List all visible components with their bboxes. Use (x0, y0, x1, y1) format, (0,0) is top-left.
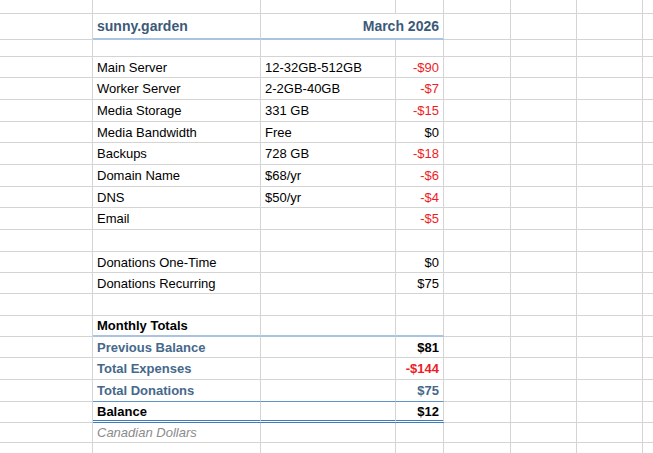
expense-label-cell[interactable]: DNS (93, 187, 261, 208)
empty-cell (261, 358, 396, 380)
expense-amount-cell[interactable]: -$5 (396, 208, 444, 230)
empty-cell (396, 40, 444, 57)
expense-amount-cell[interactable]: -$6 (396, 165, 444, 187)
donation-label-cell[interactable]: Donations Recurring (93, 273, 261, 294)
expense-row: Media Bandwidth Free $0 (0, 122, 653, 143)
total-label-cell[interactable]: Previous Balance (93, 337, 261, 358)
empty-cell (444, 143, 511, 165)
empty-cell (0, 443, 93, 453)
empty-cell (643, 273, 653, 294)
empty-cell (444, 380, 511, 402)
expense-row: Media Storage 331 GB -$15 (0, 100, 653, 122)
empty-cell (577, 316, 643, 337)
empty-cell (444, 208, 511, 230)
empty-cell (511, 423, 577, 443)
empty-cell (444, 0, 511, 14)
expense-label-cell[interactable]: Email (93, 208, 261, 230)
total-row: Previous Balance $81 (0, 337, 653, 358)
empty-cell (511, 57, 577, 78)
expense-row: Worker Server 2-2GB-40GB -$7 (0, 78, 653, 100)
expense-detail-cell[interactable]: Free (261, 122, 396, 143)
total-amount-cell[interactable]: $81 (396, 337, 444, 358)
empty-cell (643, 165, 653, 187)
empty-cell (444, 252, 511, 273)
empty-cell (643, 14, 653, 40)
expense-detail-cell[interactable]: 728 GB (261, 143, 396, 165)
expense-amount-cell[interactable]: -$90 (396, 57, 444, 78)
empty-cell (511, 100, 577, 122)
empty-cell (261, 252, 396, 273)
expense-amount-cell[interactable]: -$7 (396, 78, 444, 100)
empty-cell (577, 165, 643, 187)
empty-cell (0, 252, 93, 273)
empty-cell (93, 294, 261, 316)
donation-amount-cell[interactable]: $75 (396, 273, 444, 294)
empty-cell (0, 122, 93, 143)
empty-cell (0, 230, 93, 252)
expense-amount-cell[interactable]: -$15 (396, 100, 444, 122)
total-label-cell[interactable]: Total Donations (93, 380, 261, 402)
empty-cell (511, 165, 577, 187)
empty-cell (511, 252, 577, 273)
spreadsheet-row (0, 0, 653, 14)
empty-cell (577, 208, 643, 230)
empty-cell (643, 423, 653, 443)
empty-cell (0, 337, 93, 358)
empty-cell (0, 273, 93, 294)
expense-label-cell[interactable]: Domain Name (93, 165, 261, 187)
totals-heading-cell[interactable]: Monthly Totals (93, 316, 261, 337)
empty-cell (643, 337, 653, 358)
expense-detail-cell[interactable]: $50/yr (261, 187, 396, 208)
empty-cell (577, 40, 643, 57)
total-amount-cell[interactable]: -$144 (396, 358, 444, 380)
total-amount-cell[interactable]: $75 (396, 380, 444, 402)
empty-cell (511, 273, 577, 294)
expense-label-cell[interactable]: Media Storage (93, 100, 261, 122)
expense-label-cell[interactable]: Worker Server (93, 78, 261, 100)
empty-cell (261, 443, 396, 453)
empty-cell (93, 40, 261, 57)
donation-amount-cell[interactable]: $0 (396, 252, 444, 273)
expense-detail-cell[interactable]: 2-2GB-40GB (261, 78, 396, 100)
currency-note-cell[interactable]: Canadian Dollars (93, 423, 261, 443)
empty-cell (511, 380, 577, 402)
expense-label-cell[interactable]: Main Server (93, 57, 261, 78)
empty-cell (444, 294, 511, 316)
balance-label-cell[interactable]: Balance (93, 402, 261, 423)
empty-cell (261, 0, 396, 14)
header-row: sunny.garden March 2026 (0, 14, 653, 40)
period-cell[interactable]: March 2026 (261, 14, 444, 40)
empty-cell (444, 187, 511, 208)
empty-cell (444, 443, 511, 453)
empty-cell (511, 337, 577, 358)
empty-cell (643, 380, 653, 402)
empty-cell (261, 40, 396, 57)
empty-cell (577, 0, 643, 14)
empty-cell (0, 358, 93, 380)
empty-cell (643, 0, 653, 14)
empty-cell (511, 14, 577, 40)
empty-cell (577, 337, 643, 358)
empty-cell (0, 0, 93, 14)
donation-label-cell[interactable]: Donations One-Time (93, 252, 261, 273)
sheet-title-cell[interactable]: sunny.garden (93, 14, 261, 40)
empty-cell (511, 230, 577, 252)
empty-cell (643, 40, 653, 57)
expense-detail-cell[interactable] (261, 208, 396, 230)
expense-detail-cell[interactable]: $68/yr (261, 165, 396, 187)
expense-detail-cell[interactable]: 12-32GB-512GB (261, 57, 396, 78)
expense-label-cell[interactable]: Media Bandwidth (93, 122, 261, 143)
empty-cell (511, 358, 577, 380)
balance-amount-cell[interactable]: $12 (396, 402, 444, 423)
expense-label-cell[interactable]: Backups (93, 143, 261, 165)
empty-cell (0, 187, 93, 208)
empty-cell (0, 294, 93, 316)
total-label-cell[interactable]: Total Expenses (93, 358, 261, 380)
empty-cell (0, 100, 93, 122)
expense-amount-cell[interactable]: -$4 (396, 187, 444, 208)
empty-cell (444, 100, 511, 122)
expense-amount-cell[interactable]: $0 (396, 122, 444, 143)
empty-cell (577, 187, 643, 208)
expense-amount-cell[interactable]: -$18 (396, 143, 444, 165)
expense-detail-cell[interactable]: 331 GB (261, 100, 396, 122)
